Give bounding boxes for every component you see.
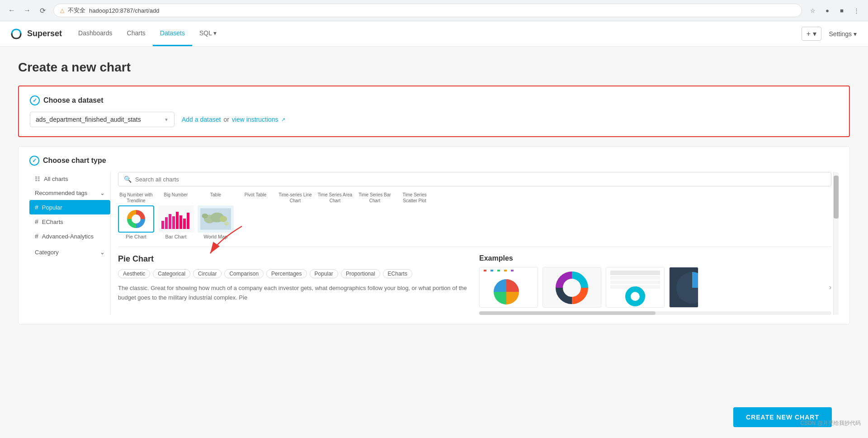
svg-point-32 bbox=[632, 294, 638, 299]
svg-rect-18 bbox=[491, 270, 493, 271]
chart-header-bignum-trend: Big Number with Trendline bbox=[118, 192, 154, 204]
main-nav: Dashboards Charts Datasets SQL ▾ bbox=[71, 21, 224, 46]
tag-echarts[interactable]: ECharts bbox=[383, 269, 412, 278]
back-button[interactable]: ← bbox=[5, 4, 18, 17]
bookmark-button[interactable]: ☆ bbox=[807, 4, 819, 17]
chart-type-section: ✓ Choose chart type ☷ All charts Recomme… bbox=[18, 146, 850, 324]
bar-chart-svg bbox=[160, 207, 191, 230]
tag-categorical[interactable]: Categorical bbox=[153, 269, 190, 278]
pie-chart-svg bbox=[125, 208, 147, 230]
svg-rect-19 bbox=[497, 270, 500, 271]
pie-chart-thumbnail bbox=[118, 205, 154, 233]
worldmap-label: World Map bbox=[198, 234, 234, 239]
tag-advanced-label: Advanced-Analytics bbox=[42, 233, 94, 240]
bar-chart-label: Bar Chart bbox=[158, 234, 194, 239]
chart-thumbnails-row: Pie Chart bbox=[118, 205, 831, 239]
tag-echarts-label: ECharts bbox=[42, 219, 63, 225]
scrollbar-thumb[interactable] bbox=[834, 176, 839, 219]
extension-button[interactable]: ■ bbox=[835, 4, 848, 17]
chart-detail-section: Pie Chart Aesthetic Categorical Circular… bbox=[118, 247, 831, 315]
examples-scrollbar[interactable] bbox=[479, 311, 831, 315]
svg-rect-28 bbox=[610, 276, 660, 280]
recommended-tags-label: Recommended tags bbox=[35, 190, 87, 196]
nav-dashboards[interactable]: Dashboards bbox=[71, 21, 120, 46]
bar-chart-thumbnail bbox=[158, 205, 194, 233]
browser-chrome: ← → ⟳ △ 不安全 hadoop120:8787/chart/add ☆ ●… bbox=[0, 0, 868, 21]
examples-title: Examples bbox=[479, 254, 831, 262]
selected-dataset-text: ads_department_finished_audit_stats bbox=[36, 116, 160, 123]
sidebar-tag-popular[interactable]: # Popular bbox=[29, 200, 110, 214]
example2-svg bbox=[545, 268, 599, 307]
chart-header-labels: Big Number with Trendline Big Number Tab… bbox=[118, 192, 831, 204]
plus-button[interactable]: + ▾ bbox=[802, 27, 821, 41]
address-bar[interactable]: △ 不安全 hadoop120:8787/chart/add bbox=[53, 4, 802, 17]
chart-header-pivot: Pivot Table bbox=[237, 192, 274, 204]
chart-thumb-worldmap[interactable]: World Map bbox=[198, 205, 234, 239]
example-scroll-right[interactable]: › bbox=[829, 267, 831, 308]
nav-charts[interactable]: Charts bbox=[120, 21, 153, 46]
refresh-button[interactable]: ⟳ bbox=[36, 4, 49, 17]
tag-proportional[interactable]: Proportional bbox=[341, 269, 380, 278]
menu-button[interactable]: ⋮ bbox=[850, 4, 863, 17]
dataset-header-label: Choose a dataset bbox=[43, 96, 103, 105]
svg-rect-29 bbox=[610, 281, 660, 284]
category-header[interactable]: Category ⌄ bbox=[29, 245, 110, 259]
recommended-tags-header[interactable]: Recommended tags ⌄ bbox=[29, 186, 110, 200]
all-charts-button[interactable]: ☷ All charts bbox=[29, 172, 110, 186]
app-navbar: Superset Dashboards Charts Datasets SQL … bbox=[0, 21, 868, 47]
superset-logo-icon bbox=[9, 27, 24, 41]
svg-rect-6 bbox=[176, 212, 179, 229]
chevron-down-icon: ⌄ bbox=[100, 190, 105, 196]
svg-rect-7 bbox=[179, 215, 182, 229]
view-instructions-link[interactable]: view instructions bbox=[232, 116, 278, 123]
scrollbar-track[interactable] bbox=[833, 172, 839, 315]
category-chevron-icon: ⌄ bbox=[100, 249, 105, 256]
chart-header-tsbar: Time Series Bar Chart bbox=[357, 192, 393, 204]
tag-popular[interactable]: Popular bbox=[310, 269, 338, 278]
security-icon: △ bbox=[60, 7, 64, 14]
nav-sql[interactable]: SQL ▾ bbox=[192, 21, 224, 46]
dropdown-arrow-icon: ▼ bbox=[164, 117, 169, 122]
svg-rect-2 bbox=[161, 221, 164, 229]
forward-button[interactable]: → bbox=[21, 4, 33, 17]
dataset-section-header: ✓ Choose a dataset bbox=[30, 95, 838, 105]
chart-grid-area: 🔍 Big Number with Trendline Big Number T… bbox=[111, 172, 839, 315]
profile-button[interactable]: ● bbox=[821, 4, 834, 17]
add-dataset-link[interactable]: Add a dataset bbox=[182, 116, 221, 123]
chart-detail-left: Pie Chart Aesthetic Categorical Circular… bbox=[118, 254, 470, 315]
sidebar-tag-advanced[interactable]: # Advanced-Analytics bbox=[29, 229, 110, 243]
sidebar-tag-echarts[interactable]: # ECharts bbox=[29, 214, 110, 229]
chart-type-header: ✓ Choose chart type bbox=[29, 156, 839, 166]
settings-button[interactable]: Settings ▾ bbox=[827, 28, 859, 40]
svg-rect-5 bbox=[172, 216, 175, 229]
tag-circular[interactable]: Circular bbox=[193, 269, 222, 278]
svg-rect-21 bbox=[511, 270, 514, 271]
worldmap-svg bbox=[200, 208, 231, 230]
chart-detail-title: Pie Chart bbox=[118, 254, 470, 264]
browser-action-buttons: ☆ ● ■ ⋮ bbox=[807, 4, 863, 17]
chart-header-bignum: Big Number bbox=[158, 192, 194, 204]
dataset-select-dropdown[interactable]: ads_department_finished_audit_stats ▼ bbox=[30, 112, 175, 127]
tag-aesthetic[interactable]: Aesthetic bbox=[118, 269, 150, 278]
dataset-card: ✓ Choose a dataset ads_department_finish… bbox=[18, 86, 850, 137]
hash-icon-popular: # bbox=[35, 204, 38, 211]
search-input[interactable] bbox=[135, 176, 826, 183]
tag-comparison[interactable]: Comparison bbox=[224, 269, 264, 278]
main-content: Create a new chart ✓ Choose a dataset ad… bbox=[0, 47, 868, 438]
svg-point-14 bbox=[202, 214, 208, 219]
tag-percentages[interactable]: Percentages bbox=[266, 269, 307, 278]
hash-icon-echarts: # bbox=[35, 218, 38, 225]
nav-right: + ▾ Settings ▾ bbox=[802, 27, 859, 41]
dataset-links: Add a dataset or view instructions ↗ bbox=[182, 116, 285, 123]
watermark: CSDN @月亮给我抄代码 bbox=[800, 419, 861, 427]
worldmap-thumbnail bbox=[198, 205, 234, 233]
search-bar: 🔍 bbox=[118, 172, 831, 186]
chart-thumb-pie[interactable]: Pie Chart bbox=[118, 205, 154, 239]
external-link-icon: ↗ bbox=[281, 117, 285, 123]
chart-thumb-bar[interactable]: Bar Chart bbox=[158, 205, 194, 239]
svg-rect-20 bbox=[504, 270, 507, 271]
search-icon: 🔍 bbox=[124, 176, 132, 183]
hash-icon-advanced: # bbox=[35, 233, 38, 240]
nav-datasets[interactable]: Datasets bbox=[153, 21, 192, 46]
examples-scrollbar-thumb[interactable] bbox=[479, 311, 656, 315]
